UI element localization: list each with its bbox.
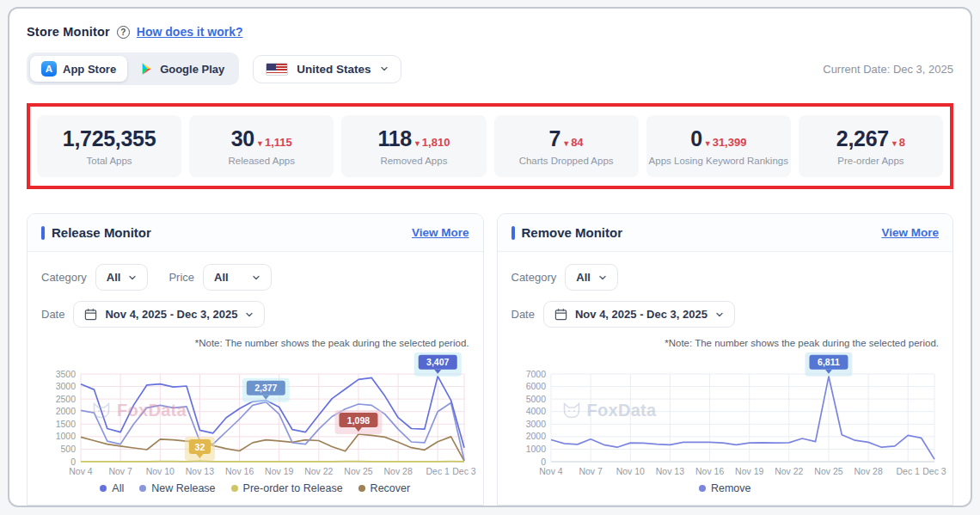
page-header: Store Monitor ? How does it work? bbox=[27, 21, 953, 43]
how-does-it-work-link[interactable]: How does it work? bbox=[137, 25, 243, 39]
svg-text:Nov 4: Nov 4 bbox=[539, 466, 563, 476]
svg-text:Nov 16: Nov 16 bbox=[695, 466, 723, 476]
release-chart[interactable]: 0500100015002000250030003500Nov 4Nov 7No… bbox=[41, 350, 469, 481]
filters-bar: A App Store Google Play United States Cu… bbox=[27, 52, 953, 86]
stat-value: 0 bbox=[690, 126, 702, 151]
chevron-down-icon bbox=[380, 64, 389, 73]
svg-text:Dec 1: Dec 1 bbox=[896, 466, 920, 476]
remove-monitor-header: Remove Monitor View More bbox=[498, 214, 953, 252]
stat-card: 30 ▼1,115 Released Apps bbox=[189, 115, 334, 177]
legend-item[interactable]: Remove bbox=[699, 482, 751, 494]
stat-label: Pre-order Apps bbox=[837, 156, 903, 166]
release-chart-legend: All New Release Pre-order to Release Rec… bbox=[41, 482, 469, 494]
category-label: Category bbox=[511, 271, 557, 284]
help-question-icon[interactable]: ? bbox=[117, 26, 130, 39]
stat-label: Charts Dropped Apps bbox=[519, 156, 614, 166]
date-label: Date bbox=[511, 308, 535, 321]
legend-item[interactable]: Recover bbox=[358, 482, 411, 494]
down-arrow-icon: ▼ bbox=[891, 139, 898, 148]
stat-value: 2,267 bbox=[836, 126, 889, 151]
svg-text:Nov 28: Nov 28 bbox=[383, 466, 412, 476]
svg-text:Nov 28: Nov 28 bbox=[854, 466, 882, 476]
release-monitor-panel: Release Monitor View More Category All P… bbox=[27, 213, 484, 506]
peak-note: *Note: The number shows the peak during … bbox=[41, 338, 469, 348]
calendar-icon bbox=[554, 308, 567, 321]
remove-monitor-title: Remove Monitor bbox=[522, 225, 623, 240]
remove-chart[interactable]: 01000200030004000500060007000Nov 4Nov 7N… bbox=[511, 350, 940, 481]
chevron-down-icon bbox=[252, 273, 260, 282]
svg-text:Nov 19: Nov 19 bbox=[265, 466, 293, 476]
calendar-icon bbox=[84, 308, 97, 321]
svg-text:7000: 7000 bbox=[525, 369, 546, 379]
stat-delta: ▼1,810 bbox=[413, 136, 450, 149]
country-select[interactable]: United States bbox=[253, 55, 401, 83]
tab-google-play[interactable]: Google Play bbox=[129, 57, 236, 81]
category-dropdown[interactable]: All bbox=[95, 264, 149, 291]
page-title: Store Monitor bbox=[27, 25, 110, 39]
stat-value: 7 bbox=[549, 126, 561, 151]
release-monitor-header: Release Monitor View More bbox=[28, 214, 483, 252]
stat-label: Total Apps bbox=[87, 156, 132, 166]
stat-delta: ▼31,399 bbox=[704, 136, 747, 149]
svg-text:32: 32 bbox=[195, 442, 205, 452]
title-accent-bar bbox=[511, 226, 515, 240]
svg-text:Nov 19: Nov 19 bbox=[735, 466, 763, 476]
date-range-dropdown[interactable]: Nov 4, 2025 - Dec 3, 2025 bbox=[73, 301, 265, 328]
legend-item[interactable]: New Release bbox=[139, 482, 215, 494]
svg-text:Dec 3: Dec 3 bbox=[922, 466, 946, 476]
svg-text:1,098: 1,098 bbox=[347, 415, 370, 426]
svg-text:Nov 25: Nov 25 bbox=[344, 466, 372, 476]
svg-text:0: 0 bbox=[70, 457, 76, 467]
legend-dot-icon bbox=[139, 485, 146, 492]
svg-text:6,811: 6,811 bbox=[818, 357, 840, 367]
legend-item[interactable]: Pre-order to Release bbox=[231, 482, 343, 494]
date-range-value: Nov 4, 2025 - Dec 3, 2025 bbox=[575, 308, 707, 321]
tab-app-store[interactable]: A App Store bbox=[30, 56, 127, 82]
app-store-icon: A bbox=[41, 61, 57, 77]
svg-text:Nov 10: Nov 10 bbox=[146, 466, 175, 476]
svg-text:4000: 4000 bbox=[525, 406, 546, 416]
svg-text:Nov 4: Nov 4 bbox=[69, 466, 93, 476]
stat-card: 118 ▼1,810 Removed Apps bbox=[341, 115, 486, 177]
date-range-value: Nov 4, 2025 - Dec 3, 2025 bbox=[105, 308, 237, 321]
stat-card: 1,725,355 ▼ Total Apps bbox=[37, 115, 181, 177]
release-view-more-link[interactable]: View More bbox=[412, 226, 469, 239]
category-label: Category bbox=[41, 271, 87, 284]
svg-text:Nov 22: Nov 22 bbox=[304, 466, 333, 476]
svg-text:Nov 22: Nov 22 bbox=[775, 466, 803, 476]
legend-item[interactable]: All bbox=[100, 482, 124, 494]
chevron-down-icon bbox=[715, 310, 724, 319]
legend-dot-icon bbox=[231, 485, 238, 492]
stat-label: Apps Losing Keyword Rankings bbox=[649, 156, 788, 166]
down-arrow-icon: ▼ bbox=[413, 139, 421, 148]
svg-text:Dec 1: Dec 1 bbox=[426, 466, 450, 476]
stats-row: 1,725,355 ▼ Total Apps 30 ▼1,115 Release… bbox=[37, 115, 943, 177]
stat-label: Removed Apps bbox=[380, 156, 447, 166]
stat-card: 0 ▼31,399 Apps Losing Keyword Rankings bbox=[646, 115, 791, 177]
title-accent-bar bbox=[41, 226, 45, 240]
svg-text:Nov 25: Nov 25 bbox=[814, 466, 842, 476]
app-store-label: App Store bbox=[63, 63, 116, 76]
down-arrow-icon: ▼ bbox=[256, 139, 264, 148]
price-dropdown[interactable]: All bbox=[203, 264, 272, 291]
stat-value: 30 bbox=[231, 126, 254, 151]
date-label: Date bbox=[41, 308, 64, 321]
category-dropdown[interactable]: All bbox=[565, 264, 618, 291]
price-value: All bbox=[214, 271, 229, 284]
date-range-dropdown[interactable]: Nov 4, 2025 - Dec 3, 2025 bbox=[543, 301, 735, 328]
svg-text:3000: 3000 bbox=[525, 419, 546, 429]
svg-text:1000: 1000 bbox=[56, 431, 77, 441]
legend-dot-icon bbox=[100, 485, 107, 492]
svg-text:5000: 5000 bbox=[525, 394, 546, 404]
current-date: Current Date: Dec 3, 2025 bbox=[823, 63, 953, 76]
stat-label: Released Apps bbox=[229, 156, 295, 166]
stat-value: 118 bbox=[377, 126, 411, 151]
svg-text:Nov 7: Nov 7 bbox=[108, 466, 132, 476]
google-play-label: Google Play bbox=[160, 63, 224, 76]
svg-text:2000: 2000 bbox=[56, 406, 77, 416]
down-arrow-icon: ▼ bbox=[704, 139, 712, 148]
svg-text:2,377: 2,377 bbox=[254, 383, 277, 393]
svg-text:Nov 13: Nov 13 bbox=[655, 466, 683, 476]
svg-text:1000: 1000 bbox=[525, 444, 546, 454]
remove-view-more-link[interactable]: View More bbox=[881, 226, 939, 239]
